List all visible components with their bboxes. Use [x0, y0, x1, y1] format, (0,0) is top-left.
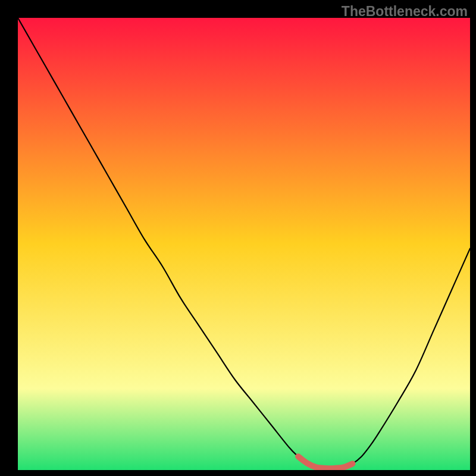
chart-svg: [18, 18, 470, 470]
gradient-background: [18, 18, 470, 470]
chart-container: TheBottleneck.com: [0, 0, 476, 476]
plot-area: [18, 18, 470, 470]
watermark-text: TheBottleneck.com: [342, 4, 468, 20]
